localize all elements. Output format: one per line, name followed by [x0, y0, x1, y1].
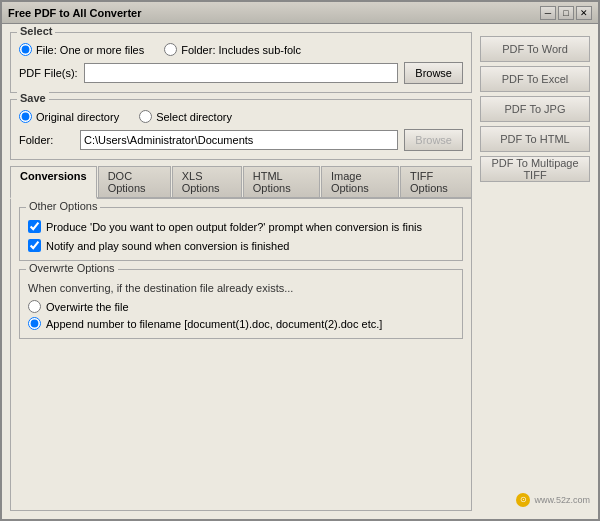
restore-button[interactable]: □: [558, 6, 574, 20]
pdf-to-excel-button[interactable]: PDF To Excel: [480, 66, 590, 92]
pdf-to-word-button[interactable]: PDF To Word: [480, 36, 590, 62]
watermark: ⊙ www.52z.com: [516, 493, 590, 507]
folder-radio[interactable]: [164, 43, 177, 56]
other-options-section: Other Options Produce 'Do you want to op…: [19, 207, 463, 261]
title-bar: Free PDF to All Converter ─ □ ✕: [2, 2, 598, 24]
tab-image-options[interactable]: Image Options: [321, 166, 399, 197]
other-options-label: Other Options: [26, 200, 100, 212]
file-row: PDF File(s): Browse: [19, 62, 463, 84]
append-number-radio[interactable]: [28, 317, 41, 330]
folder-label: Folder:: [19, 134, 74, 146]
select-dir-radio[interactable]: [139, 110, 152, 123]
append-number-label: Append number to filename [document(1).d…: [46, 318, 382, 330]
original-dir-radio[interactable]: [19, 110, 32, 123]
save-radio-row: Original directory Select directory: [19, 110, 463, 123]
save-section: Save Original directory Select directory…: [10, 99, 472, 160]
overwrite-options-label: Overwrte Options: [26, 262, 118, 274]
folder-input[interactable]: [80, 130, 398, 150]
checkbox-produce[interactable]: [28, 220, 41, 233]
original-dir-label: Original directory: [36, 111, 119, 123]
watermark-text: www.52z.com: [534, 495, 590, 505]
overwrite-file-radio[interactable]: [28, 300, 41, 313]
pdf-to-html-button[interactable]: PDF To HTML: [480, 126, 590, 152]
folder-row: Folder: Browse: [19, 129, 463, 151]
pdf-files-input[interactable]: [84, 63, 399, 83]
watermark-icon: ⊙: [516, 493, 530, 507]
window-title: Free PDF to All Converter: [8, 7, 141, 19]
append-number-option[interactable]: Append number to filename [document(1).d…: [28, 317, 454, 330]
pdf-files-label: PDF File(s):: [19, 67, 78, 79]
select-section: Select File: One or more files Folder: I…: [10, 32, 472, 93]
left-panel: Select File: One or more files Folder: I…: [10, 32, 472, 511]
file-radio-label: File: One or more files: [36, 44, 144, 56]
overwrite-options-section: Overwrte Options When converting, if the…: [19, 269, 463, 339]
checkbox-notify-label: Notify and play sound when conversion is…: [46, 240, 289, 252]
checkbox-notify[interactable]: [28, 239, 41, 252]
overwrite-description: When converting, if the destination file…: [28, 282, 454, 294]
pdf-to-jpg-button[interactable]: PDF To JPG: [480, 96, 590, 122]
select-dir-label: Select directory: [156, 111, 232, 123]
overwrite-file-label: Overwirte the file: [46, 301, 129, 313]
main-content: Select File: One or more files Folder: I…: [2, 24, 598, 519]
overwrite-file-option[interactable]: Overwirte the file: [28, 300, 454, 313]
save-label: Save: [17, 92, 49, 104]
tab-bar: Conversions DOC Options XLS Options HTML…: [10, 166, 472, 199]
tab-xls-options[interactable]: XLS Options: [172, 166, 242, 197]
select-browse-button[interactable]: Browse: [404, 62, 463, 84]
folder-radio-option[interactable]: Folder: Includes sub-folc: [164, 43, 301, 56]
checkbox-notify-row[interactable]: Notify and play sound when conversion is…: [28, 239, 454, 252]
original-dir-option[interactable]: Original directory: [19, 110, 119, 123]
tabs-area: Conversions DOC Options XLS Options HTML…: [10, 166, 472, 511]
tab-tiff-options[interactable]: TIFF Options: [400, 166, 472, 197]
tab-doc-options[interactable]: DOC Options: [98, 166, 171, 197]
minimize-button[interactable]: ─: [540, 6, 556, 20]
file-radio-option[interactable]: File: One or more files: [19, 43, 144, 56]
save-browse-button[interactable]: Browse: [404, 129, 463, 151]
checkbox-produce-label: Produce 'Do you want to open output fold…: [46, 221, 422, 233]
tab-html-options[interactable]: HTML Options: [243, 166, 320, 197]
pdf-to-tiff-button[interactable]: PDF To Multipage TIFF: [480, 156, 590, 182]
main-window: Free PDF to All Converter ─ □ ✕ Select F…: [0, 0, 600, 521]
file-radio[interactable]: [19, 43, 32, 56]
checkbox-produce-row[interactable]: Produce 'Do you want to open output fold…: [28, 220, 454, 233]
select-radio-row: File: One or more files Folder: Includes…: [19, 43, 463, 56]
tab-content-conversions: Other Options Produce 'Do you want to op…: [10, 199, 472, 511]
folder-radio-label: Folder: Includes sub-folc: [181, 44, 301, 56]
right-panel: PDF To Word PDF To Excel PDF To JPG PDF …: [480, 32, 590, 511]
select-label: Select: [17, 25, 55, 37]
tab-conversions[interactable]: Conversions: [10, 166, 97, 199]
close-button[interactable]: ✕: [576, 6, 592, 20]
window-controls: ─ □ ✕: [540, 6, 592, 20]
select-dir-option[interactable]: Select directory: [139, 110, 232, 123]
